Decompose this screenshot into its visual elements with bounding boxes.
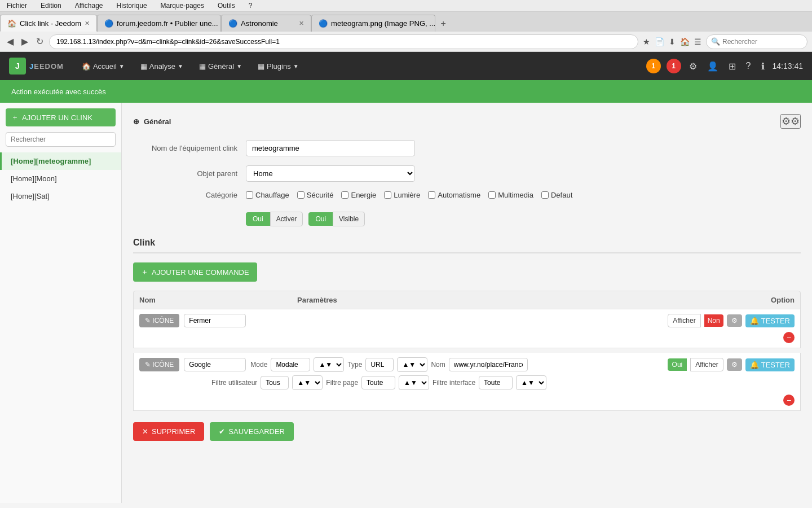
table-row: ✎ ICÔNE Fermer Afficher Non ⚙ 🔔 TESTER — [133, 309, 801, 348]
category-label: Catégorie — [133, 191, 246, 199]
tab-0[interactable]: 🏠 Click link - Jeedom ✕ — [0, 15, 97, 32]
tab-close-0[interactable]: ✕ — [85, 20, 90, 27]
row1-tester-button[interactable]: 🔔 TESTER — [745, 314, 795, 327]
tab-3[interactable]: 🔵 meteogram.png (Image PNG, ... ✕ — [311, 15, 435, 32]
download-icon[interactable]: ⬇ — [668, 36, 677, 47]
row2-params: Mode Modale ▲▼ Type URL ▲▼ Nom www.yr.no… — [250, 357, 663, 372]
filtre-page-select[interactable]: ▲▼ — [399, 375, 429, 390]
bookmark-icon[interactable]: ★ — [642, 36, 651, 47]
sidebar-item-0[interactable]: [Home][meteogramme] — [0, 152, 121, 170]
cat-multimedia[interactable]: Multimedia — [488, 191, 533, 199]
address-input[interactable]: 192.168.1.13/index.php?v=d&m=clink&p=cli… — [49, 34, 638, 49]
row1-name-input[interactable]: Fermer — [184, 314, 246, 327]
search-input[interactable] — [722, 38, 790, 46]
activer-toggle: Oui Activer — [246, 212, 303, 226]
type-select[interactable]: ▲▼ — [397, 357, 427, 372]
add-tab-button[interactable]: + — [435, 16, 451, 32]
row2-icon-button[interactable]: ✎ ICÔNE — [139, 358, 179, 371]
parent-object-select[interactable]: Home — [246, 165, 415, 182]
filtre-interface-select[interactable]: ▲▼ — [516, 375, 546, 390]
forward-button[interactable]: ▶ — [19, 35, 30, 48]
reader-icon[interactable]: 📄 — [654, 36, 665, 47]
tab-label-0: Click link - Jeedom — [20, 19, 81, 28]
category-group: Catégorie Chauffage Sécurité Energie Lum… — [133, 191, 801, 199]
row1-gear-button[interactable]: ⚙ — [727, 314, 742, 327]
mode-label: Mode — [250, 361, 267, 369]
cat-securite[interactable]: Sécurité — [297, 191, 334, 199]
header-params: Paramètres — [297, 296, 670, 304]
plus-icon-cmd: ＋ — [141, 267, 148, 277]
filtre-user-select[interactable]: ▲▼ — [292, 375, 323, 390]
nav-general[interactable]: ▦ Général ▼ — [192, 59, 249, 74]
refresh-button[interactable]: ↻ — [34, 35, 46, 48]
cat-automatisme[interactable]: Automatisme — [428, 191, 480, 199]
menu-edition[interactable]: Edition — [38, 2, 64, 10]
cat-defaut[interactable]: Defaut — [541, 191, 572, 199]
row2-oui-btn[interactable]: Oui — [668, 358, 687, 371]
category-checkboxes: Chauffage Sécurité Energie Lumière Autom… — [246, 191, 572, 199]
row2-remove-button[interactable]: − — [783, 395, 795, 406]
nav-accueil[interactable]: 🏠 Accueil ▼ — [75, 59, 131, 74]
badge-red[interactable]: 1 — [667, 59, 681, 73]
badge-orange[interactable]: 1 — [646, 59, 661, 73]
row2-gear-button[interactable]: ⚙ — [727, 358, 742, 371]
checkmark-icon: ✔ — [219, 427, 225, 436]
row1-remove-button[interactable]: − — [783, 332, 795, 343]
equipment-name-group: Nom de l'équipement clink meteogramme — [133, 140, 801, 156]
row2-name-input[interactable]: Google — [184, 358, 246, 371]
info-icon[interactable]: ℹ — [759, 59, 767, 74]
type-input[interactable]: URL — [365, 358, 394, 371]
filtre-page-input[interactable]: Toute — [361, 376, 395, 389]
save-button[interactable]: ✔ SAUVEGARDER — [210, 422, 294, 441]
tab-2[interactable]: 🔵 Astronomie ✕ — [221, 15, 311, 32]
general-settings-icon[interactable]: ⚙⚙ — [780, 114, 801, 129]
delete-button[interactable]: ✕ SUPPRIMER — [133, 422, 204, 441]
menu-icon[interactable]: ☰ — [693, 36, 703, 47]
sidebar-search-input[interactable] — [6, 132, 116, 147]
row1-icon-button[interactable]: ✎ ICÔNE — [139, 314, 179, 327]
tab-1[interactable]: 🔵 forum.jeedom.fr • Publier une... ✕ — [97, 15, 221, 32]
tab-label-1: forum.jeedom.fr • Publier une... — [117, 19, 218, 28]
app-header: J JEEDOM 🏠 Accueil ▼ ▦ Analyse ▼ ▦ Génér… — [0, 52, 812, 80]
row2-tester-button[interactable]: 🔔 TESTER — [745, 358, 795, 371]
menu-outils[interactable]: Outils — [215, 2, 237, 10]
cat-energie[interactable]: Energie — [341, 191, 376, 199]
nom-input[interactable]: www.yr.no/place/France/Lo — [449, 358, 528, 371]
cat-chauffage[interactable]: Chauffage — [246, 191, 289, 199]
menu-help[interactable]: ? — [246, 2, 255, 10]
sidebar-item-1[interactable]: [Home][Moon] — [0, 170, 121, 187]
tab-close-2[interactable]: ✕ — [299, 20, 304, 27]
nav-plugins[interactable]: ▦ Plugins ▼ — [251, 59, 306, 74]
mode-input[interactable]: Modale — [271, 358, 310, 371]
cat-lumiere[interactable]: Lumière — [384, 191, 420, 199]
nav-analyse[interactable]: ▦ Analyse ▼ — [134, 59, 190, 74]
menu-marque-pages[interactable]: Marque-pages — [158, 2, 206, 10]
filtre-page-label: Filtre page — [326, 379, 358, 387]
sidebar-item-2[interactable]: [Home][Sat] — [0, 187, 121, 205]
add-command-button[interactable]: ＋ AJOUTER UNE COMMANDE — [133, 262, 257, 282]
add-clink-button[interactable]: ＋ AJOUTER UN CLINK — [6, 108, 116, 126]
config-icon[interactable]: ⚙ — [687, 59, 699, 74]
menu-affichage[interactable]: Affichage — [73, 2, 105, 10]
visible-yes-btn[interactable]: Oui — [308, 212, 333, 226]
parent-object-group: Objet parent Home — [133, 165, 801, 182]
user-icon[interactable]: 👤 — [705, 59, 721, 74]
row1-afficher-btn[interactable]: Afficher — [668, 314, 700, 327]
filtre-interface-label: Filtre interface — [433, 379, 475, 387]
tab-icon-2: 🔵 — [228, 19, 237, 28]
trash-icon: ✕ — [142, 427, 148, 436]
mode-select[interactable]: ▲▼ — [314, 357, 344, 372]
equipment-name-input[interactable]: meteogramme — [246, 140, 415, 156]
filtre-user-input[interactable]: Tous — [261, 376, 289, 389]
filtre-interface-input[interactable]: Toute — [479, 376, 513, 389]
back-button[interactable]: ◀ — [5, 35, 16, 48]
menu-historique[interactable]: Historique — [114, 2, 149, 10]
clink-title: Clink — [133, 238, 801, 253]
menu-fichier[interactable]: Fichier — [5, 2, 29, 10]
question-icon[interactable]: ? — [744, 59, 753, 73]
activer-yes-btn[interactable]: Oui — [246, 212, 270, 226]
header-option: Option — [670, 296, 795, 304]
tab-icon-0: 🏠 — [7, 19, 16, 28]
tree-icon[interactable]: ⊞ — [726, 59, 738, 74]
home-icon[interactable]: 🏠 — [679, 36, 691, 47]
